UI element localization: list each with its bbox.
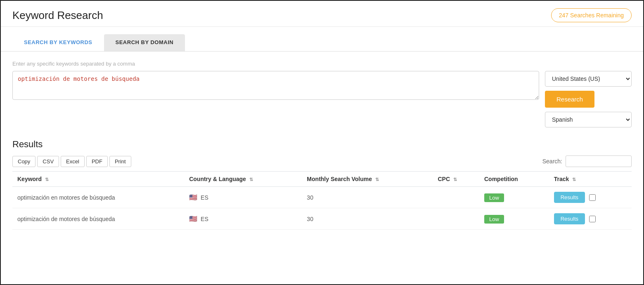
cell-keyword-2: optimización de motores de búsqueda [12,208,184,230]
header: Keyword Research 247 Searches Remaining [1,1,643,27]
lang-code-1: ES [201,194,208,201]
flag-icon-1: 🇺🇸 [189,193,197,201]
print-button[interactable]: Print [109,156,131,167]
excel-button[interactable]: Excel [61,156,85,167]
searches-remaining-badge: 247 Searches Remaining [551,8,632,22]
sort-icon-cpc[interactable]: ⇅ [453,177,457,182]
cell-track-2: Results [549,208,632,230]
results-button-1[interactable]: Results [554,192,585,203]
table-search-input[interactable] [566,155,632,167]
cell-keyword-1: optimización en motores de búsqueda [12,187,184,208]
col-track: Track ⇅ [549,172,632,187]
page-title: Keyword Research [12,9,103,22]
results-title: Results [12,139,632,150]
col-monthly-search: Monthly Search Volume ⇅ [302,172,433,187]
sort-icon-monthly[interactable]: ⇅ [375,177,379,182]
flag-icon-2: 🇺🇸 [189,215,197,223]
cell-country-2: 🇺🇸 ES [184,208,302,230]
table-header-row: Keyword ⇅ Country & Language ⇅ Monthly S… [12,172,632,187]
search-hint: Enter any specific keywords separated by… [12,61,632,67]
country-select[interactable]: United States (US) United Kingdom (UK) C… [545,71,632,87]
pdf-button[interactable]: PDF [86,156,108,167]
results-button-2[interactable]: Results [554,213,585,224]
cell-volume-2: 30 [302,208,433,230]
export-bar: Copy CSV Excel PDF Print Search: [12,155,632,167]
col-country-language: Country & Language ⇅ [184,172,302,187]
keyword-input[interactable]: optimización de motores de búsqueda [12,71,539,100]
tab-search-by-domain[interactable]: SEARCH BY DOMAIN [104,34,185,51]
keyword-link-2[interactable]: optimización de motores de búsqueda [17,216,115,222]
keyword-link-1[interactable]: optimización en motores de búsqueda [17,194,115,201]
track-checkbox-1[interactable] [589,194,596,201]
cell-country-1: 🇺🇸 ES [184,187,302,208]
export-buttons: Copy CSV Excel PDF Print [12,156,131,167]
cell-cpc-2 [433,208,479,230]
table-search-bar: Search: [542,155,632,167]
col-cpc: CPC ⇅ [433,172,479,187]
cell-cpc-1 [433,187,479,208]
cell-competition-1: Low [479,187,549,208]
table-row: optimización de motores de búsqueda 🇺🇸 E… [12,208,632,230]
table-search-label: Search: [542,158,562,165]
cell-volume-1: 30 [302,187,433,208]
col-competition: Competition [479,172,549,187]
results-table: Keyword ⇅ Country & Language ⇅ Monthly S… [12,171,632,230]
tab-search-by-keywords[interactable]: SEARCH BY KEYWORDS [12,34,104,51]
results-section: Results Copy CSV Excel PDF Print Search:… [1,132,643,230]
search-area: Enter any specific keywords separated by… [1,52,643,132]
copy-button[interactable]: Copy [12,156,36,167]
competition-badge-1: Low [484,193,504,202]
sort-icon-country[interactable]: ⇅ [249,177,253,182]
research-button[interactable]: Research [545,91,594,108]
language-select[interactable]: Spanish English French German [545,112,632,127]
sort-icon-keyword[interactable]: ⇅ [45,177,49,182]
table-row: optimización en motores de búsqueda 🇺🇸 E… [12,187,632,208]
track-checkbox-2[interactable] [589,216,596,222]
csv-button[interactable]: CSV [37,156,59,167]
search-controls-row: optimización de motores de búsqueda Unit… [12,71,632,127]
competition-badge-2: Low [484,215,504,224]
cell-competition-2: Low [479,208,549,230]
lang-code-2: ES [201,216,208,222]
sort-icon-track[interactable]: ⇅ [572,177,576,182]
right-controls: United States (US) United Kingdom (UK) C… [545,71,632,127]
cell-track-1: Results [549,187,632,208]
col-keyword: Keyword ⇅ [12,172,184,187]
tabs-row: SEARCH BY KEYWORDS SEARCH BY DOMAIN [1,27,643,52]
